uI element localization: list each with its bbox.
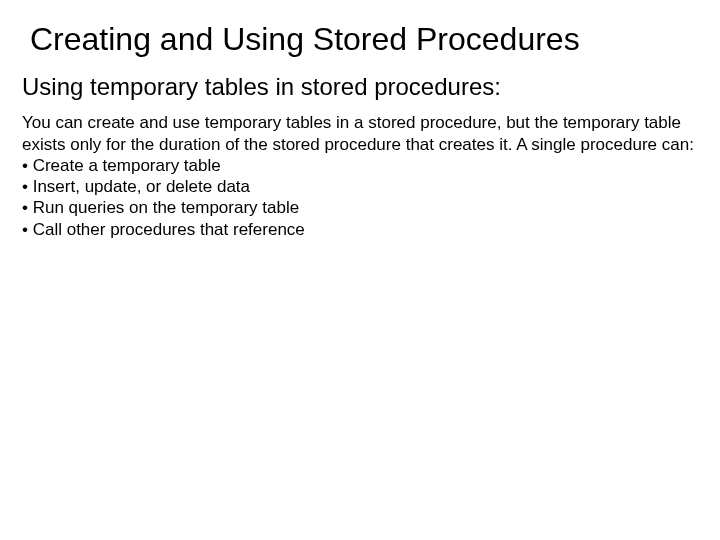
bullet-item: • Insert, update, or delete data	[22, 176, 698, 197]
intro-paragraph: You can create and use temporary tables …	[22, 112, 698, 155]
bullet-item: • Run queries on the temporary table	[22, 197, 698, 218]
page-title: Creating and Using Stored Procedures	[30, 20, 698, 58]
section-subheading: Using temporary tables in stored procedu…	[22, 72, 698, 102]
bullet-item: • Create a temporary table	[22, 155, 698, 176]
bullet-item: • Call other procedures that reference	[22, 219, 698, 240]
body-content: You can create and use temporary tables …	[22, 112, 698, 240]
